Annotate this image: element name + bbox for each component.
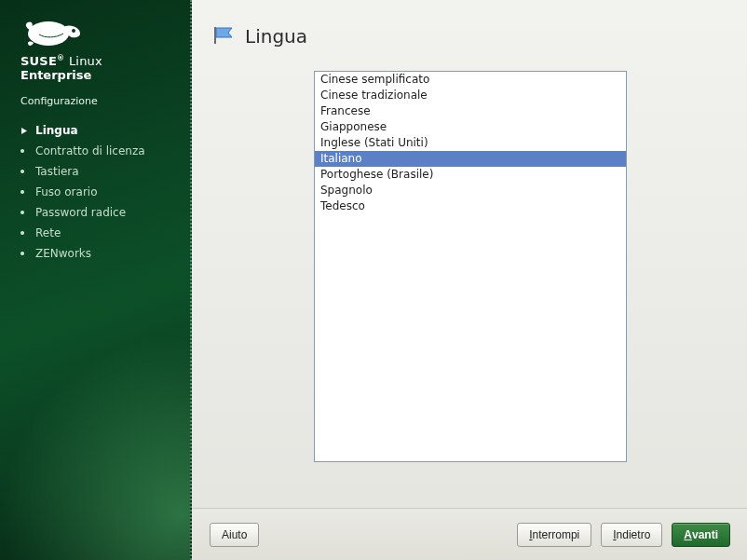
language-option[interactable]: Giapponese [315, 119, 626, 135]
abort-button[interactable]: Interrompi [517, 523, 591, 547]
svg-point-2 [72, 29, 75, 33]
nav-step-label: Tastiera [35, 165, 79, 178]
brand-text: SUSE® Linux Enterprise [0, 48, 190, 82]
language-option[interactable]: Italiano [315, 151, 626, 167]
bullet-icon [20, 211, 35, 214]
language-option[interactable]: Cinese semplificato [315, 72, 626, 88]
content-area: Cinese semplificatoCinese tradizionaleFr… [193, 56, 747, 508]
language-option[interactable]: Cinese tradizionale [315, 88, 626, 103]
nav-step[interactable]: ZENworks [20, 243, 190, 264]
arrow-right-icon [20, 127, 35, 135]
language-option[interactable]: Tedesco [315, 198, 626, 214]
footer-bar: Aiuto Interrompi Indietro Avanti [193, 508, 747, 560]
help-button-label: Aiuto [222, 528, 247, 541]
bullet-icon [20, 149, 35, 153]
nav-steps: LinguaContratto di licenzaTastieraFuso o… [0, 107, 190, 264]
registered-mark: ® [57, 54, 64, 62]
bullet-icon [20, 190, 35, 194]
next-rest: vanti [692, 528, 718, 541]
nav-step-label: Rete [35, 226, 61, 239]
nav-step-label: ZENworks [35, 247, 91, 260]
language-option[interactable]: Spagnolo [315, 183, 626, 198]
language-option[interactable]: Inglese (Stati Uniti) [315, 135, 626, 151]
next-accel: A [684, 528, 692, 541]
nav-step[interactable]: Rete [20, 223, 190, 243]
bullet-icon [20, 252, 35, 255]
next-button[interactable]: Avanti [672, 523, 730, 547]
nav-step[interactable]: Fuso orario [20, 182, 190, 202]
nav-step[interactable]: Contratto di licenza [20, 141, 190, 161]
sidebar: SUSE® Linux Enterprise Configurazione Li… [0, 0, 192, 560]
back-button[interactable]: Indietro [601, 523, 662, 547]
nav-step[interactable]: Tastiera [20, 161, 190, 182]
flag-icon [211, 25, 236, 48]
nav-step-label: Password radice [35, 206, 126, 219]
abort-rest: nterrompi [533, 528, 580, 541]
installer-window: SUSE® Linux Enterprise Configurazione Li… [0, 0, 747, 560]
nav-step[interactable]: Password radice [20, 202, 190, 223]
nav-step-label: Contratto di licenza [35, 144, 145, 157]
suse-logo [0, 0, 190, 48]
brand-linux: Linux [69, 54, 102, 68]
brand-enterprise: Enterprise [20, 68, 190, 82]
section-label: Configurazione [0, 82, 190, 107]
back-rest: ndietro [617, 528, 651, 541]
language-option[interactable]: Portoghese (Brasile) [315, 167, 626, 183]
bullet-icon [20, 231, 35, 235]
bullet-icon [20, 170, 35, 173]
brand-name: SUSE [20, 54, 57, 68]
help-button[interactable]: Aiuto [210, 523, 259, 547]
main-panel: Lingua Cinese semplificatoCinese tradizi… [192, 0, 747, 560]
page-title: Lingua [245, 25, 307, 48]
title-row: Lingua [193, 0, 747, 56]
nav-step[interactable]: Lingua [20, 120, 190, 141]
language-listbox[interactable]: Cinese semplificatoCinese tradizionaleFr… [314, 71, 627, 462]
language-option[interactable]: Francese [315, 103, 626, 119]
nav-step-label: Lingua [35, 124, 78, 137]
nav-step-label: Fuso orario [35, 185, 98, 198]
